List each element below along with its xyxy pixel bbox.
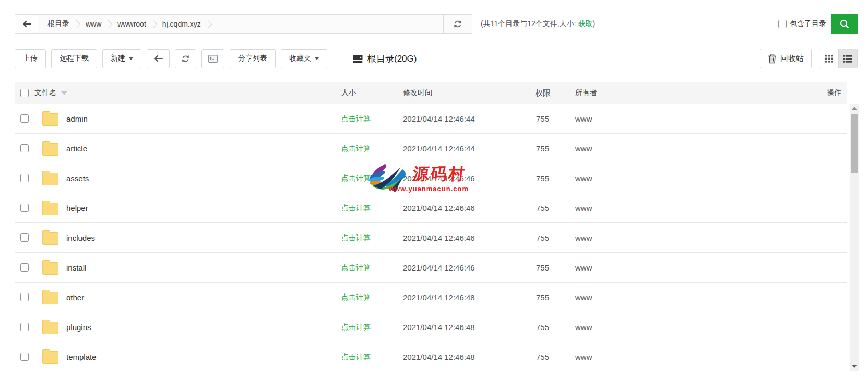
calc-size-link[interactable]: 点击计算 (341, 144, 371, 152)
include-subdir-checkbox[interactable] (778, 20, 787, 28)
file-name-cell[interactable]: template (34, 349, 341, 364)
file-perm: 755 (520, 352, 575, 361)
file-name-cell[interactable]: helper (34, 201, 341, 215)
disk-label: 根目录(20G) (367, 53, 417, 65)
new-button[interactable]: 新建 (102, 49, 141, 68)
row-checkbox[interactable] (20, 174, 29, 182)
path-refresh-button[interactable] (443, 15, 472, 33)
calc-size-link[interactable]: 点击计算 (341, 293, 371, 301)
breadcrumb-item-site[interactable]: hj.cqdm.xyz (160, 20, 203, 28)
file-name-cell[interactable]: plugins (34, 320, 341, 334)
favorites-button[interactable]: 收藏夹 (281, 49, 327, 68)
include-subdir-option[interactable]: 包含子目录 (778, 14, 831, 34)
calc-size-link[interactable]: 点击计算 (341, 323, 371, 331)
remote-download-button[interactable]: 远程下载 (51, 49, 97, 68)
file-name[interactable]: includes (66, 233, 95, 242)
file-name[interactable]: helper (66, 204, 88, 213)
header-mtime[interactable]: 修改时间 (403, 88, 520, 98)
file-name[interactable]: admin (66, 114, 88, 123)
select-all-checkbox[interactable] (20, 89, 29, 97)
search-button[interactable] (831, 14, 857, 34)
file-name[interactable]: template (66, 352, 97, 361)
folder-icon (42, 203, 58, 215)
file-size-cell: 点击计算 (341, 322, 403, 332)
search-input[interactable] (664, 14, 778, 34)
file-name-cell[interactable]: other (34, 290, 341, 304)
table-row[interactable]: article 点击计算 2021/04/14 12:46:44 755 www (15, 134, 847, 163)
calc-size-link[interactable]: 点击计算 (341, 174, 371, 182)
calc-size-link[interactable]: 点击计算 (341, 263, 371, 272)
file-name-cell[interactable]: install (34, 260, 341, 275)
table-row[interactable]: install 点击计算 2021/04/14 12:46:46 755 www (15, 253, 847, 283)
calc-size-link[interactable]: 点击计算 (341, 114, 371, 123)
calc-size-link[interactable]: 点击计算 (341, 204, 371, 212)
row-checkbox[interactable] (20, 233, 29, 242)
file-perm: 755 (520, 174, 575, 183)
header-size[interactable]: 大小 (341, 88, 403, 98)
scroll-up-button[interactable] (850, 104, 859, 112)
file-name-cell[interactable]: admin (34, 111, 341, 126)
file-table: 文件名 大小 修改时间 权限 所有者 操作 admin 点击计算 (15, 82, 859, 371)
breadcrumb-item-www[interactable]: www (84, 20, 103, 28)
new-label: 新建 (111, 54, 125, 63)
row-checkbox[interactable] (20, 263, 29, 272)
directory-stats: (共11个目录与12个文件,大小: 获取) (481, 19, 595, 29)
table-row[interactable]: helper 点击计算 2021/04/14 12:46:46 755 www (15, 193, 847, 223)
toolbar: 上传 远程下载 新建 分享列表 收藏夹 (15, 49, 858, 68)
upload-button[interactable]: 上传 (15, 49, 46, 68)
table-row[interactable]: other 点击计算 2021/04/14 12:46:48 755 www (15, 283, 847, 312)
file-name[interactable]: install (66, 263, 86, 272)
table-row[interactable]: assets 点击计算 2021/04/14 12:46:46 755 www (15, 163, 847, 193)
header-owner[interactable]: 所有者 (575, 88, 640, 98)
back-button[interactable] (15, 15, 38, 33)
table-row[interactable]: template 点击计算 2021/04/14 12:46:48 755 ww… (15, 342, 847, 371)
file-name-cell[interactable]: article (34, 141, 341, 156)
folder-icon (42, 292, 58, 304)
triangle-up-icon (852, 107, 857, 110)
breadcrumb-trail: 根目录 www wwwroot hj.cqdm.xyz (38, 15, 443, 33)
file-mtime: 2021/04/14 12:46:48 (403, 293, 520, 302)
file-name[interactable]: assets (66, 174, 89, 183)
calc-size-link[interactable]: 点击计算 (341, 233, 371, 242)
file-name-cell[interactable]: includes (34, 230, 341, 245)
breadcrumb-item-wwwroot[interactable]: wwwroot (115, 20, 148, 28)
file-mtime: 2021/04/14 12:46:44 (403, 144, 520, 153)
file-perm: 755 (520, 323, 575, 332)
vertical-scrollbar[interactable] (850, 104, 859, 371)
list-view-button[interactable] (838, 49, 857, 68)
toolbar-right: 回收站 (760, 49, 858, 68)
row-checkbox[interactable] (20, 144, 29, 152)
share-list-button[interactable]: 分享列表 (230, 49, 276, 68)
row-checkbox[interactable] (20, 293, 29, 301)
breadcrumb-item-root[interactable]: 根目录 (45, 19, 72, 29)
grid-view-button[interactable] (819, 49, 838, 68)
table-row[interactable]: includes 点击计算 2021/04/14 12:46:46 755 ww… (15, 223, 847, 253)
file-size-cell: 点击计算 (341, 292, 403, 302)
file-name[interactable]: article (66, 144, 87, 153)
navigate-back-button[interactable] (147, 49, 170, 68)
scrollbar-thumb[interactable] (851, 114, 858, 173)
row-checkbox[interactable] (20, 352, 29, 361)
file-mtime: 2021/04/14 12:46:48 (403, 352, 520, 361)
scroll-down-button[interactable] (850, 362, 859, 370)
table-row[interactable]: admin 点击计算 2021/04/14 12:46:44 755 www (15, 104, 847, 134)
header-filename[interactable]: 文件名 (34, 88, 341, 98)
file-name-cell[interactable]: assets (34, 171, 341, 185)
header-perm[interactable]: 权限 (520, 88, 575, 98)
terminal-button[interactable] (201, 49, 224, 68)
file-perm: 755 (520, 263, 575, 272)
refresh-list-button[interactable] (175, 49, 196, 68)
file-perm: 755 (520, 233, 575, 242)
disk-root-info[interactable]: 根目录(20G) (352, 53, 417, 65)
recycle-bin-button[interactable]: 回收站 (760, 49, 812, 68)
row-checkbox[interactable] (20, 323, 29, 331)
get-size-link[interactable]: 获取 (578, 19, 592, 28)
view-toggle-group (819, 49, 858, 68)
file-size-cell: 点击计算 (341, 352, 403, 362)
row-checkbox[interactable] (20, 204, 29, 212)
calc-size-link[interactable]: 点击计算 (341, 352, 371, 361)
row-checkbox[interactable] (20, 114, 29, 123)
file-name[interactable]: plugins (66, 323, 91, 332)
table-row[interactable]: plugins 点击计算 2021/04/14 12:46:48 755 www (15, 312, 847, 342)
file-name[interactable]: other (66, 293, 84, 302)
